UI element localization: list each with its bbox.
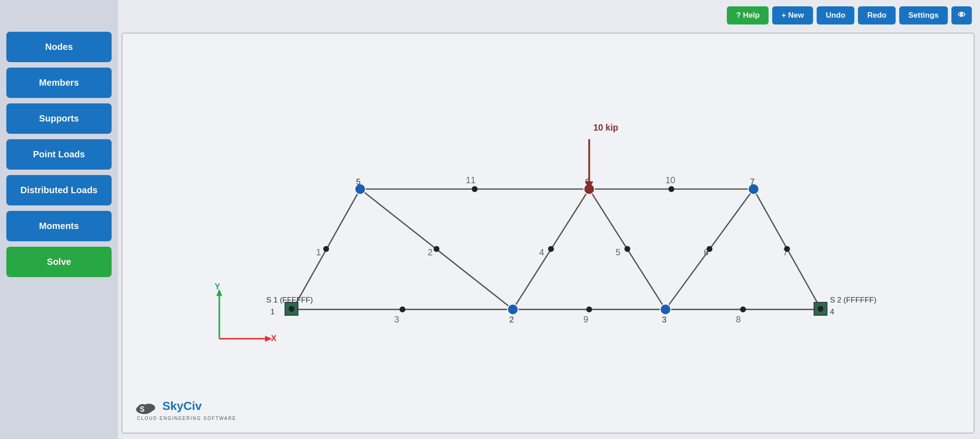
svg-text:8: 8 bbox=[736, 314, 741, 324]
svg-text:7: 7 bbox=[750, 177, 755, 186]
svg-text:3: 3 bbox=[662, 315, 666, 324]
svg-point-47 bbox=[660, 304, 671, 315]
svg-text:4: 4 bbox=[539, 247, 544, 257]
members bbox=[293, 189, 821, 309]
nodes: 5 6 7 2 3 bbox=[355, 177, 759, 324]
svg-point-29 bbox=[434, 246, 440, 252]
moments-button[interactable]: Moments bbox=[6, 211, 112, 241]
svg-point-38 bbox=[740, 307, 746, 312]
topbar: ? Help + New Undo Redo Settings 👁 bbox=[719, 0, 980, 31]
supports: 1 S 1 (FFFFFF) 4 S 2 (FFFFFF) bbox=[266, 296, 877, 316]
svg-text:10 kip: 10 kip bbox=[593, 122, 618, 132]
svg-point-35 bbox=[706, 246, 712, 252]
svg-text:1: 1 bbox=[316, 247, 321, 257]
svg-point-33 bbox=[548, 246, 554, 252]
svg-text:Y: Y bbox=[215, 282, 220, 291]
svg-text:2: 2 bbox=[428, 247, 433, 257]
node4-dot bbox=[818, 306, 823, 312]
svg-text:4: 4 bbox=[830, 307, 834, 316]
svg-point-31 bbox=[472, 186, 478, 192]
visibility-button[interactable]: 👁 bbox=[951, 6, 972, 24]
svg-text:1: 1 bbox=[270, 307, 274, 316]
svg-text:3: 3 bbox=[394, 314, 399, 324]
svg-text:5: 5 bbox=[616, 247, 621, 257]
settings-button[interactable]: Settings bbox=[899, 6, 948, 24]
svg-point-36 bbox=[784, 246, 790, 252]
new-button[interactable]: + New bbox=[772, 6, 813, 24]
svg-text:9: 9 bbox=[583, 314, 588, 324]
point-load: 10 kip bbox=[585, 122, 618, 189]
skyciv-sub: CLOUD ENGINEERING SOFTWARE bbox=[137, 416, 236, 421]
svg-point-28 bbox=[323, 246, 329, 252]
members-button[interactable]: Members bbox=[6, 68, 112, 98]
help-button[interactable]: ? Help bbox=[727, 6, 769, 24]
svg-point-30 bbox=[400, 307, 406, 312]
svg-text:2: 2 bbox=[510, 315, 514, 324]
svg-point-37 bbox=[586, 307, 592, 312]
axes: Y X bbox=[215, 282, 276, 343]
svg-point-34 bbox=[624, 246, 630, 252]
truss-diagram: Y X bbox=[122, 34, 974, 433]
svg-text:S: S bbox=[140, 405, 145, 413]
undo-button[interactable]: Undo bbox=[817, 6, 854, 24]
svg-text:S 1 (FFFFFF): S 1 (FFFFFF) bbox=[266, 296, 313, 304]
point-loads-button[interactable]: Point Loads bbox=[6, 139, 112, 170]
svg-point-45 bbox=[508, 304, 518, 315]
nodes-button[interactable]: Nodes bbox=[6, 32, 112, 62]
svg-text:10: 10 bbox=[666, 175, 676, 185]
redo-button[interactable]: Redo bbox=[858, 6, 896, 24]
sidebar: Nodes Members Supports Point Loads Distr… bbox=[0, 0, 118, 439]
svg-point-32 bbox=[668, 186, 674, 192]
skyciv-cloud-icon: S bbox=[135, 397, 159, 415]
distributed-loads-button[interactable]: Distributed Loads bbox=[6, 175, 112, 205]
supports-button[interactable]: Supports bbox=[6, 103, 112, 134]
svg-text:X: X bbox=[271, 334, 276, 343]
canvas-area[interactable]: Y X bbox=[122, 33, 975, 434]
member-midpoints bbox=[323, 186, 790, 312]
svg-text:5: 5 bbox=[356, 177, 361, 186]
skyciv-logo: S SkyCiv CLOUD ENGINEERING SOFTWARE bbox=[135, 397, 236, 421]
svg-text:11: 11 bbox=[466, 175, 476, 185]
solve-button[interactable]: Solve bbox=[6, 247, 112, 277]
svg-text:S 2 (FFFFFF): S 2 (FFFFFF) bbox=[830, 296, 877, 304]
skyciv-name: SkyCiv bbox=[162, 399, 202, 413]
node1-dot bbox=[289, 306, 294, 312]
